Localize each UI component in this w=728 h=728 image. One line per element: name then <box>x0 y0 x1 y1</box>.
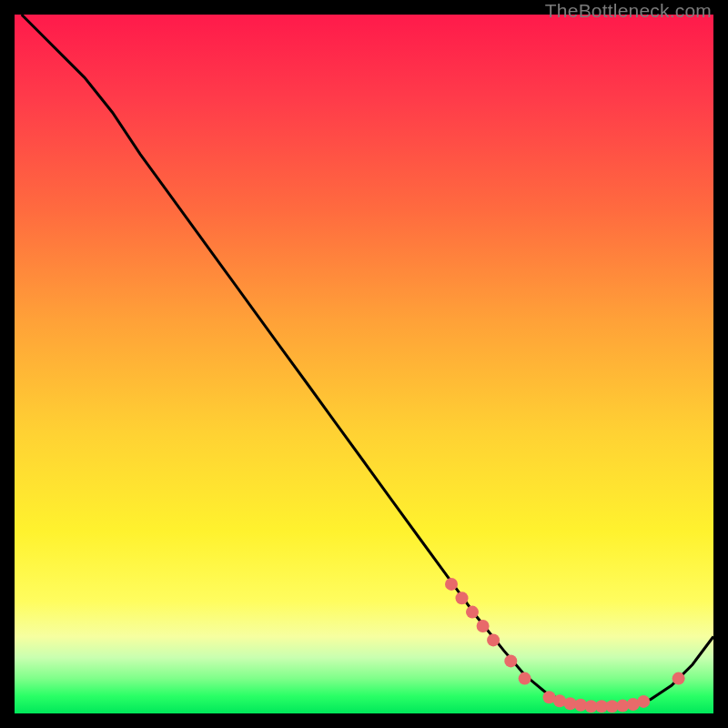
data-point <box>487 633 500 646</box>
chart-svg <box>15 15 713 713</box>
bottleneck-curve <box>22 15 713 706</box>
watermark-text: TheBottleneck.com <box>545 0 712 22</box>
data-point <box>504 654 517 667</box>
data-markers <box>445 578 685 713</box>
data-point <box>477 620 490 632</box>
data-point <box>445 578 458 591</box>
data-point <box>456 592 469 604</box>
data-point <box>466 606 479 619</box>
plot-area <box>15 15 713 713</box>
data-point <box>637 695 650 708</box>
data-point <box>672 672 685 685</box>
data-point <box>519 672 531 685</box>
chart-stage: TheBottleneck.com <box>0 0 728 728</box>
